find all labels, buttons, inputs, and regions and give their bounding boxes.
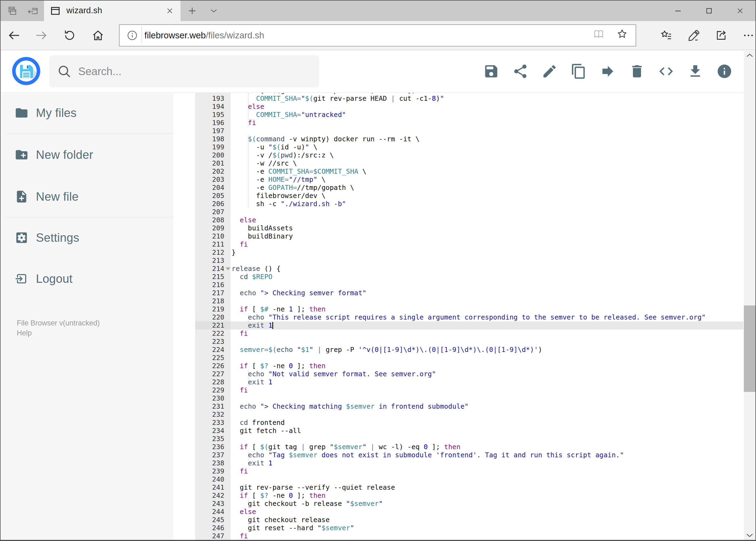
code-token: fi	[240, 532, 248, 540]
copy-icon	[571, 63, 587, 79]
sidebar-item-new-file[interactable]: New file	[1, 183, 173, 210]
sidebar-item-new-folder[interactable]: New folder	[1, 141, 173, 168]
code-token: $(	[305, 95, 313, 102]
more-button[interactable]	[739, 21, 756, 50]
code-line-text: -e COMMIT_SHA=$COMMIT_SHA \	[232, 168, 367, 176]
page-content: File Browser v(untracked) Help My filesN…	[1, 51, 755, 540]
code-token: 0	[289, 492, 293, 499]
url-box[interactable]: filebrowser.web/files/wizard.sh	[119, 24, 636, 46]
code-token: cut -c1-	[395, 95, 432, 102]
favorite-button[interactable]	[616, 28, 628, 40]
maximize-button[interactable]	[693, 1, 724, 21]
move-button[interactable]	[600, 63, 616, 79]
code-line-text: fi	[232, 532, 248, 540]
code-token	[232, 135, 248, 143]
edit-icon	[541, 63, 558, 79]
code-token: )	[436, 95, 440, 102]
code-line-text: exit 1	[232, 321, 272, 329]
info-button[interactable]	[716, 63, 732, 79]
page-scrollbar[interactable]	[744, 51, 755, 540]
tab-close-button[interactable]	[159, 1, 180, 21]
code-token: then	[309, 362, 326, 370]
code-line: exit 1	[173, 378, 743, 386]
code-token: fi	[240, 467, 248, 475]
save-button[interactable]	[483, 63, 499, 79]
delete-button[interactable]	[629, 63, 645, 79]
code-line	[173, 354, 743, 362]
forward-button[interactable]	[33, 21, 49, 50]
sidebar-item-label: Settings	[36, 224, 79, 251]
download-button[interactable]	[687, 63, 703, 79]
code-line: else	[173, 508, 743, 516]
code-line-text: if [ $? -ne 0 ]; then	[232, 362, 326, 370]
code-token: "	[305, 143, 309, 151]
share-button[interactable]	[512, 63, 529, 79]
code-token	[232, 492, 240, 499]
code-token: 1	[268, 378, 272, 386]
code-token	[232, 362, 240, 370]
scrollbar-thumb[interactable]	[744, 305, 755, 392]
code-token: $1	[301, 346, 309, 353]
scroll-down-icon[interactable]	[746, 533, 753, 538]
code-line-text: else	[232, 216, 256, 224]
code-line: buildBinary	[173, 232, 743, 241]
help-link[interactable]: Help	[17, 328, 100, 338]
code-token	[379, 93, 383, 94]
share-icon	[512, 63, 529, 79]
share-button[interactable]	[712, 21, 731, 50]
code-token: "./wizard.sh -b"	[281, 200, 346, 208]
code-token	[232, 443, 240, 451]
tab-list-button[interactable]	[203, 1, 224, 21]
sidebar-item-settings[interactable]: Settings	[1, 224, 173, 251]
code-line: fi	[173, 329, 743, 337]
code-line-text: semver=$(echo "$1" | grep -P '^v(0|[1-9]…	[232, 346, 542, 354]
code-token: =	[264, 346, 268, 353]
home-button[interactable]	[90, 21, 106, 50]
app-header	[1, 51, 755, 92]
code-token: buildBinary	[232, 232, 293, 240]
close-icon	[736, 7, 744, 15]
new-tab-button[interactable]	[182, 1, 202, 21]
sidebar-item-logout[interactable]: Logout	[1, 265, 173, 292]
code-line-text: buildAssets	[232, 224, 293, 232]
code-line: fi	[173, 241, 743, 249]
hub-button[interactable]	[657, 21, 676, 50]
sidebar-divider	[6, 217, 173, 218]
tab-preview-button[interactable]	[2, 1, 22, 21]
code-line: exit 1	[173, 459, 743, 467]
code-token	[256, 402, 260, 410]
code-line	[173, 410, 743, 419]
web-note-button[interactable]	[684, 21, 703, 50]
close-window-button[interactable]	[724, 1, 755, 21]
code-token	[232, 451, 248, 459]
code-token: -ne	[268, 492, 289, 499]
back-button[interactable]	[6, 21, 22, 50]
sidebar-item-my-files[interactable]: My files	[1, 99, 173, 126]
tab-wizard-sh[interactable]: wizard.sh	[44, 1, 180, 21]
code-line: }	[173, 249, 743, 257]
code-token: "	[297, 346, 301, 353]
page-favicon-icon	[50, 6, 61, 16]
code-line-text: COMMIT_SHA="untracked"	[232, 111, 346, 119]
edit-button[interactable]	[541, 63, 558, 79]
reading-view-button[interactable]	[593, 28, 605, 40]
scroll-up-icon[interactable]	[746, 53, 753, 58]
code-line: git checkout release	[173, 516, 743, 524]
refresh-button[interactable]	[62, 21, 78, 50]
code-line: fi	[173, 119, 743, 127]
code-token: $(	[272, 151, 280, 159]
code-token	[264, 459, 268, 467]
code-token	[256, 289, 260, 297]
tabs-aside-button[interactable]	[22, 1, 43, 21]
code-line: COMMIT_SHA="$(git rev-parse HEAD | cut -…	[173, 95, 743, 103]
code-token	[232, 305, 240, 313]
code-button[interactable]	[658, 63, 674, 79]
url-text[interactable]: filebrowser.web/files/wizard.sh	[144, 25, 264, 46]
code-token: \	[358, 168, 366, 175]
code-token	[232, 119, 248, 127]
site-info-button[interactable]	[125, 28, 140, 43]
code-token: $?	[260, 492, 268, 499]
copy-button[interactable]	[571, 63, 587, 79]
minimize-button[interactable]	[662, 1, 693, 21]
code-editor[interactable]: 192 if [ "$(git status --porcelain)" != …	[173, 93, 743, 540]
